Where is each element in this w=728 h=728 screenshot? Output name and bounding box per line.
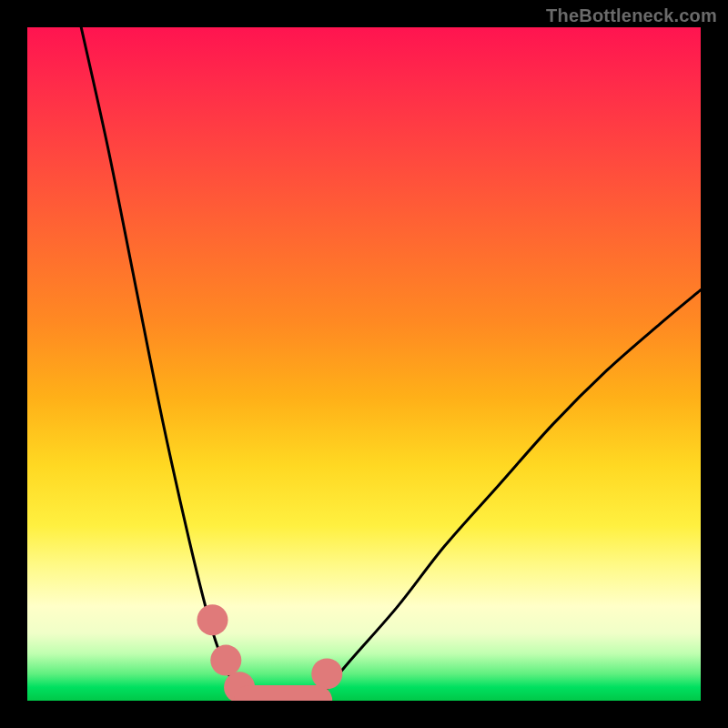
bottleneck-curve xyxy=(81,27,701,701)
watermark-text: TheBottleneck.com xyxy=(546,5,717,26)
left-marker-2 xyxy=(210,645,241,676)
right-marker-1 xyxy=(311,658,342,689)
chart-frame: TheBottleneck.com xyxy=(0,0,728,728)
curve-layer xyxy=(27,27,701,701)
plot-area xyxy=(27,27,701,701)
left-marker-1 xyxy=(197,604,228,635)
